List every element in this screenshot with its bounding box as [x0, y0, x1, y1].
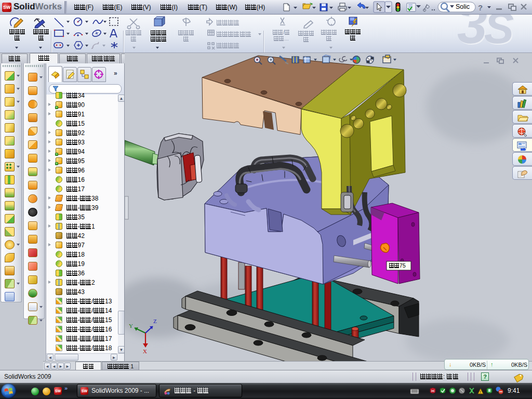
- svg-text:Y: Y: [129, 323, 133, 329]
- svg-text:Solic: Solic: [456, 3, 470, 10]
- svg-text:Z: Z: [153, 318, 157, 324]
- svg-text:X: X: [143, 348, 147, 354]
- svg-text:!: !: [480, 390, 481, 394]
- svg-text:9:41: 9:41: [508, 387, 520, 394]
- svg-text:?: ?: [478, 3, 483, 12]
